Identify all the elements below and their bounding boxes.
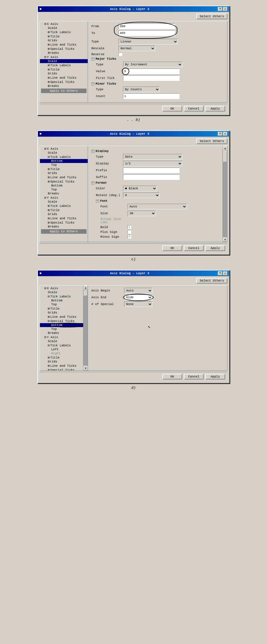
sidebar-item-x-scale-c[interactable]: Scale: [40, 151, 88, 155]
scroll-down-c[interactable]: ▼: [223, 237, 227, 242]
sidebar-item-y-tick-labels-b[interactable]: ⊞ Tick Labels: [40, 63, 88, 67]
count-input-b[interactable]: [123, 93, 180, 99]
minor-ticks-toggle-b[interactable]: −: [91, 82, 94, 85]
sidebar-item-y-special-ticks-d[interactable]: ⊞ Special Ticks: [40, 368, 88, 370]
sidebar-item-y-right-d[interactable]: Right: [40, 351, 88, 355]
cancel-button-c[interactable]: Cancel: [184, 245, 204, 251]
type-select-b[interactable]: Linear: [119, 39, 178, 44]
apply-to-others-b[interactable]: Apply to Others: [41, 89, 87, 93]
axis-begin-select-d[interactable]: Auto: [124, 288, 152, 293]
sidebar-item-y-line-ticks-b[interactable]: ⊞ Line and Ticks: [40, 76, 88, 80]
sidebar-item-x-grids-d[interactable]: Grids: [40, 311, 88, 315]
bold-checkbox-c[interactable]: ✓: [128, 225, 131, 229]
sidebar-item-x-tick-labels-c[interactable]: ⊟ Tick Labels: [40, 155, 88, 159]
sidebar-item-y-tick-labels-c[interactable]: ⊞ Tick Labels: [40, 204, 88, 208]
type-select-c[interactable]: Date: [123, 154, 182, 160]
sidebar-item-y-axis-d[interactable]: ⊟ Y Axis: [40, 335, 88, 339]
scrollbar-c[interactable]: ▲ ▼: [223, 146, 227, 242]
select-others-button-d[interactable]: Select Others: [196, 278, 227, 284]
font-toggle-c[interactable]: −: [96, 199, 99, 203]
select-others-button-c[interactable]: Select Others: [196, 138, 227, 144]
sidebar-item-x-axis-b[interactable]: ⊟ X Axis: [40, 22, 88, 26]
sidebar-item-y-scale-d[interactable]: Scale: [40, 339, 88, 343]
major-value-input-b[interactable]: [123, 68, 180, 74]
prefix-input-c[interactable]: [123, 168, 180, 173]
apply-button-d[interactable]: Apply: [205, 374, 225, 379]
apply-button-b[interactable]: Apply: [205, 106, 225, 111]
format-toggle-c[interactable]: −: [91, 181, 94, 184]
sidebar-item-y-breaks-c[interactable]: Breaks: [40, 225, 88, 229]
sidebar-item-y-title-c[interactable]: ⊞ Title: [40, 208, 88, 212]
sidebar-item-x-line-ticks-d[interactable]: ⊞ Line and Ticks: [40, 315, 88, 319]
cancel-button-b[interactable]: Cancel: [184, 106, 204, 111]
sidebar-item-x-title-c[interactable]: ⊞ Title: [40, 167, 88, 171]
sidebar-item-x-breaks-d[interactable]: Breaks: [40, 331, 88, 335]
sidebar-item-y-title-b[interactable]: ⊞ Title: [40, 67, 88, 72]
help-button-c[interactable]: ?: [218, 132, 222, 136]
sidebar-item-x-axis-c[interactable]: ⊟ X Axis: [40, 147, 88, 151]
rescale-select-b[interactable]: Normal: [119, 46, 155, 51]
sidebar-item-y-left-d[interactable]: Left: [40, 347, 88, 351]
sidebar-item-special-bottom-c[interactable]: Bottom: [40, 184, 88, 188]
sidebar-item-x-special-ticks-c[interactable]: ⊞ Special Ticks: [40, 179, 88, 184]
sidebar-item-y-special-ticks-c[interactable]: ⊞ Special Ticks: [40, 220, 88, 225]
ok-button-b[interactable]: OK: [162, 106, 182, 111]
scroll-thumb-c[interactable]: [223, 151, 227, 162]
from-input-b[interactable]: [119, 23, 175, 29]
close-button-d[interactable]: ✕: [223, 271, 227, 275]
suffix-input-c[interactable]: [123, 174, 180, 180]
font-name-select-c[interactable]: Auto: [128, 204, 187, 209]
sidebar-item-line-ticks-b[interactable]: ⊞ Line and Ticks: [40, 42, 88, 47]
sidebar-item-y-axis-c[interactable]: ⊟ Y Axis: [40, 196, 88, 200]
sidebar-item-tick-labels-b[interactable]: ⊞ Tick Labels: [40, 30, 88, 34]
sidebar-item-y-axis-b[interactable]: ⊟ Y Axis: [40, 55, 88, 59]
sidebar-item-y-title-d[interactable]: ⊞ Title: [40, 355, 88, 360]
ok-button-d[interactable]: OK: [162, 374, 182, 379]
minus-sign-checkbox-c[interactable]: ✓: [128, 235, 131, 239]
sidebar-item-top-c[interactable]: Top: [40, 163, 88, 167]
sidebar-item-y-scale-c[interactable]: Scale: [40, 200, 88, 204]
select-others-button-b[interactable]: Select Others: [196, 14, 227, 19]
sidebar-item-x-title-d[interactable]: ⊞ Title: [40, 306, 88, 311]
rotate-select-c[interactable]: 0: [123, 192, 160, 198]
sidebar-item-y-scale-b[interactable]: Scale: [40, 59, 88, 63]
sidebar-item-x-grids-c[interactable]: Grids: [40, 171, 88, 175]
plus-sign-checkbox-c[interactable]: [128, 230, 131, 234]
first-tick-input-b[interactable]: [123, 75, 180, 81]
display-toggle-c[interactable]: −: [91, 150, 94, 153]
sidebar-item-y-tick-labels-d[interactable]: ⊟ Tick Labels: [40, 343, 88, 347]
sidebar-scroll-up-d[interactable]: ▲: [83, 285, 88, 290]
sidebar-scrollbar-d[interactable]: ▲ ▼: [83, 285, 88, 370]
apply-to-others-c[interactable]: Apply to Others: [41, 229, 87, 234]
sidebar-item-breaks-b[interactable]: Breaks: [40, 51, 88, 55]
ok-button-c[interactable]: OK: [162, 245, 182, 251]
sidebar-item-special-top-c[interactable]: Top: [40, 188, 88, 192]
sidebar-item-x-breaks-c[interactable]: Breaks: [40, 192, 88, 196]
sidebar-item-x-bottom-d[interactable]: Bottom: [40, 299, 88, 302]
color-select-c[interactable]: ■ Black: [123, 186, 157, 191]
num-special-select-d[interactable]: None: [124, 301, 152, 307]
minor-type-select-b[interactable]: By Counts: [123, 87, 160, 92]
sidebar-item-scale-b[interactable]: Scale: [40, 26, 88, 30]
sidebar-item-x-scale-d[interactable]: Scale: [40, 290, 88, 294]
scroll-up-c[interactable]: ▲: [223, 146, 227, 151]
help-button-d[interactable]: ?: [218, 271, 222, 275]
sidebar-item-x-top-d[interactable]: Top: [40, 302, 88, 306]
sidebar-item-grids-b[interactable]: Grids: [40, 38, 88, 42]
close-button-c[interactable]: ✕: [223, 132, 227, 136]
major-ticks-toggle-b[interactable]: −: [91, 57, 94, 61]
sidebar-scroll-down-d[interactable]: ▼: [83, 366, 88, 370]
sidebar-item-bottom-c[interactable]: Bottom: [40, 159, 88, 163]
axis-end-select-d[interactable]: Hide: [124, 295, 152, 300]
sidebar-item-y-special-ticks-b[interactable]: ⊞ Special Ticks: [40, 80, 88, 84]
cancel-button-d[interactable]: Cancel: [184, 374, 204, 379]
apply-button-c[interactable]: Apply: [205, 245, 225, 251]
sidebar-item-x-axis-d[interactable]: ⊟ X Axis: [40, 286, 88, 290]
help-button-b[interactable]: ?: [218, 7, 222, 11]
sidebar-scroll-thumb-d[interactable]: [84, 290, 88, 296]
sidebar-item-special-ticks-b[interactable]: ⊞ Special Ticks: [40, 47, 88, 51]
sidebar-item-y-line-ticks-c[interactable]: ⊞ Line and Ticks: [40, 216, 88, 220]
sidebar-item-x-line-ticks-c[interactable]: ⊞ Line and Ticks: [40, 175, 88, 179]
sidebar-item-x-tick-labels-d[interactable]: ⊟ Tick Labels: [40, 294, 88, 299]
sidebar-item-y-line-ticks-d[interactable]: ⊞ Line and Ticks: [40, 364, 88, 368]
